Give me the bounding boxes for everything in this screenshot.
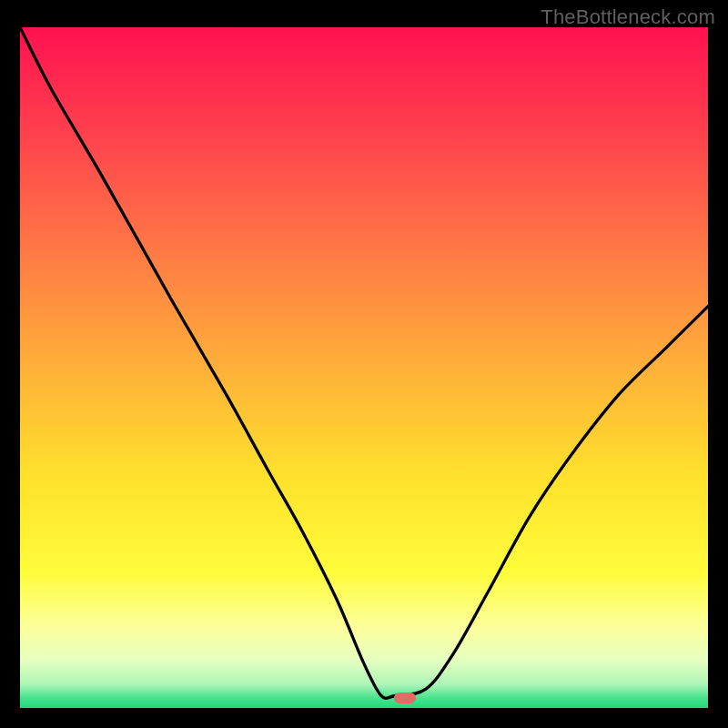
- site-watermark: TheBottleneck.com: [541, 5, 715, 29]
- chart-frame: TheBottleneck.com: [0, 0, 728, 728]
- bottleneck-curve: [20, 27, 708, 708]
- optimum-marker: [394, 693, 416, 703]
- plot-area: [20, 27, 708, 708]
